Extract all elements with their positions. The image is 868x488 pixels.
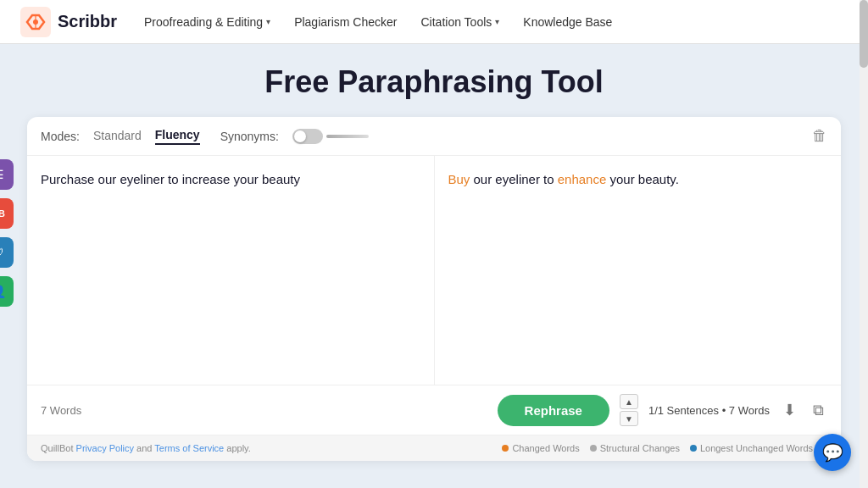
legend-changed: Changed Words [502, 443, 579, 453]
tool-card: Modes: Standard Fluency Synonyms: 🗑 Purc… [27, 117, 841, 461]
changed-label: Changed Words [512, 443, 579, 453]
text-panels: Purchase our eyeliner to increase your b… [27, 156, 841, 385]
terms-of-service-link[interactable]: Terms of Service [154, 443, 224, 453]
chevron-down-icon-2: ▾ [495, 17, 499, 26]
structural-dot [590, 445, 597, 452]
arrow-up-button[interactable]: ▲ [620, 394, 638, 409]
scrollbar-thumb[interactable] [860, 0, 868, 68]
footer-strip: QuillBot Privacy Policy and Terms of Ser… [27, 435, 841, 461]
output-panel: Buy our eyeliner to enhance your beauty. [435, 156, 842, 385]
nav-citation-label: Citation Tools [421, 15, 492, 29]
legend: Changed Words Structural Changes Longest… [502, 442, 827, 454]
page-title: Free Paraphrasing Tool [264, 64, 603, 100]
output-word-enhance: enhance [558, 172, 607, 186]
shield-icon: 🛡 [0, 246, 4, 259]
nav-item-citation[interactable]: Citation Tools ▾ [421, 15, 500, 29]
chevron-down-icon: ▾ [266, 17, 270, 26]
input-text[interactable]: Purchase our eyeliner to increase your b… [41, 169, 420, 190]
logo[interactable]: Scribbr [20, 7, 117, 37]
arrow-down-button[interactable]: ▼ [620, 411, 638, 426]
footer-text: QuillBot Privacy Policy and Terms of Ser… [41, 443, 251, 453]
chat-icon: 💬 [822, 442, 843, 463]
ab-icon-btn[interactable]: AB [0, 198, 14, 229]
navbar: Scribbr Proofreading & Editing ▾ Plagiar… [0, 0, 868, 44]
toggle-line [326, 135, 369, 138]
changed-dot [502, 445, 509, 452]
rephrase-button[interactable]: Rephrase [498, 395, 609, 426]
structural-label: Structural Changes [600, 443, 680, 453]
output-text: Buy our eyeliner to enhance your beauty. [448, 169, 828, 190]
download-icon[interactable]: ⬇ [780, 399, 799, 421]
ab-icon: AB [0, 208, 5, 219]
nav-item-proofreading[interactable]: Proofreading & Editing ▾ [144, 15, 270, 29]
nav-links: Proofreading & Editing ▾ Plagiarism Chec… [144, 14, 612, 30]
scribbr-logo-icon [20, 7, 51, 37]
word-count: 7 Words [41, 404, 81, 417]
nav-plagiarism-label: Plagiarism Checker [294, 15, 397, 29]
svg-point-1 [33, 19, 38, 25]
tool-wrapper: ☰ AB 🛡 👤 Modes: Standard Fluency Synonym… [27, 117, 841, 461]
nav-item-plagiarism[interactable]: Plagiarism Checker [294, 14, 397, 30]
modes-label: Modes: [41, 130, 80, 143]
legend-unchanged: Longest Unchanged Words [690, 443, 813, 453]
scrollbar[interactable] [860, 0, 868, 488]
sentence-info: 1/1 Sentences • 7 Words [648, 404, 770, 417]
person-icon: 👤 [0, 285, 6, 298]
page-content: Free Paraphrasing Tool ☰ AB 🛡 👤 Modes: S… [0, 44, 868, 461]
side-icons: ☰ AB 🛡 👤 [0, 159, 14, 307]
toggle-thumb [294, 130, 306, 142]
mode-fluency-tab[interactable]: Fluency [155, 128, 200, 145]
copy-icon[interactable]: ⧉ [810, 400, 827, 421]
chat-button[interactable]: 💬 [814, 434, 851, 471]
legend-structural: Structural Changes [590, 443, 680, 453]
nav-knowledge-label: Knowledge Base [523, 15, 612, 29]
output-text-end: your beauty. [606, 172, 679, 186]
trash-icon[interactable]: 🗑 [812, 127, 827, 145]
unchanged-dot [690, 445, 697, 452]
person-icon-btn[interactable]: 👤 [0, 276, 14, 307]
bottom-bar: 7 Words Rephrase ▲ ▼ 1/1 Sentences • 7 W… [27, 385, 841, 435]
input-panel[interactable]: Purchase our eyeliner to increase your b… [27, 156, 435, 385]
synonyms-toggle[interactable] [292, 129, 369, 144]
nav-arrows: ▲ ▼ [620, 394, 638, 426]
synonyms-label: Synonyms: [220, 130, 279, 143]
output-text-mid: our eyeliner to [470, 172, 557, 186]
footer-and: and [136, 443, 154, 453]
footer-quillbot: QuillBot [41, 443, 76, 453]
unchanged-label: Longest Unchanged Words [700, 443, 813, 453]
nav-proofreading-label: Proofreading & Editing [144, 15, 263, 29]
list-icon-btn[interactable]: ☰ [0, 159, 14, 190]
logo-text: Scribbr [58, 12, 117, 31]
output-word-buy: Buy [448, 172, 470, 186]
privacy-policy-link[interactable]: Privacy Policy [76, 443, 134, 453]
modes-bar: Modes: Standard Fluency Synonyms: 🗑 [27, 117, 841, 156]
mode-standard-tab[interactable]: Standard [93, 129, 142, 144]
list-icon: ☰ [0, 168, 4, 181]
nav-item-knowledge[interactable]: Knowledge Base [523, 14, 612, 30]
toggle-track[interactable] [292, 129, 323, 144]
shield-icon-btn[interactable]: 🛡 [0, 237, 14, 268]
footer-apply: apply. [226, 443, 251, 453]
